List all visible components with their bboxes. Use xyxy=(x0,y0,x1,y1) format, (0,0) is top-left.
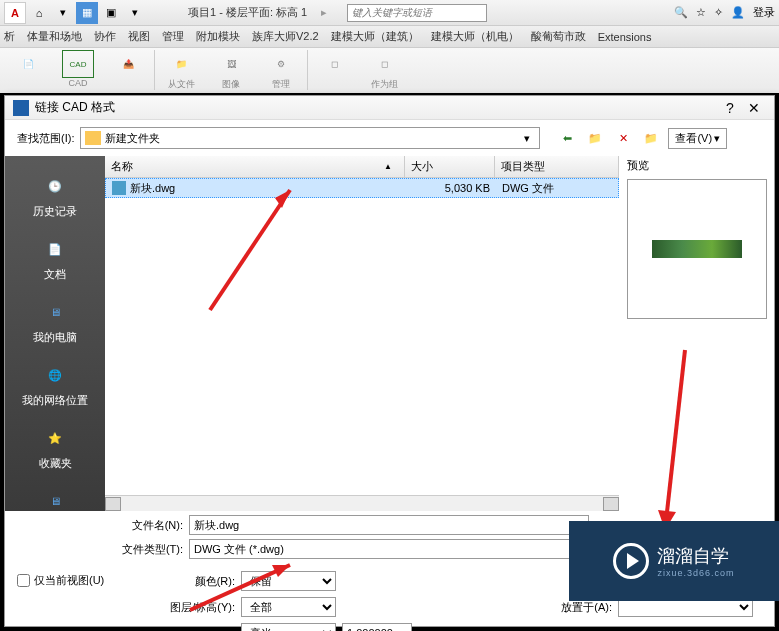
favorites-icon: ⭐ xyxy=(39,422,71,454)
tool-button[interactable]: 🖼图像 xyxy=(207,50,255,91)
watermark-title: 溜溜自学 xyxy=(657,544,734,568)
app-logo-a[interactable]: A xyxy=(4,2,26,24)
dialog-toolbar: 查找范围(I): 新建文件夹 ▾ ⬅ 📁 ✕ 📁 查看(V)▾ xyxy=(5,120,774,156)
tab-item[interactable]: 管理 xyxy=(162,29,184,44)
home-icon[interactable]: ⌂ xyxy=(28,2,50,24)
tab-item[interactable]: 析 xyxy=(4,29,15,44)
tool-button[interactable]: 📤 xyxy=(104,50,152,78)
view-button[interactable]: 查看(V)▾ xyxy=(668,128,727,149)
file-list-header: 名称 ▲ 大小 项目类型 xyxy=(105,156,619,178)
sidebar-item-favorites[interactable]: ⭐ 收藏夹 xyxy=(7,416,103,477)
path-dropdown[interactable]: 新建文件夹 ▾ xyxy=(80,127,540,149)
tool-icon-1[interactable]: ▣ xyxy=(100,2,122,24)
network-icon: 🌐 xyxy=(39,359,71,391)
chevron-down-icon[interactable]: ▾ xyxy=(519,132,535,145)
history-icon: 🕒 xyxy=(39,170,71,202)
unit-select[interactable]: 毫米 xyxy=(241,623,336,631)
tool-button[interactable]: ◻作为组 xyxy=(360,50,408,91)
help-button[interactable]: ? xyxy=(718,100,742,116)
close-button[interactable]: ✕ xyxy=(742,100,766,116)
filetype-label: 文件类型(T): xyxy=(117,542,183,557)
unit-number-input[interactable] xyxy=(342,623,412,631)
tab-item[interactable]: 建模大师（机电） xyxy=(431,29,519,44)
sidebar-item-network[interactable]: 🌐 我的网络位置 xyxy=(7,353,103,414)
watermark-overlay: 溜溜自学 zixue.3d66.com xyxy=(569,521,779,601)
preview-image xyxy=(627,179,767,319)
computer-icon: 🖥 xyxy=(39,296,71,328)
tab-item[interactable]: 协作 xyxy=(94,29,116,44)
file-row[interactable]: 新块.dwg 5,030 KB DWG 文件 xyxy=(105,178,619,198)
layer-label: 图层/标高(Y): xyxy=(157,600,235,615)
search-input[interactable] xyxy=(347,4,487,22)
layer-select[interactable]: 全部 xyxy=(241,597,336,617)
file-name: 新块.dwg xyxy=(130,181,175,196)
file-type: DWG 文件 xyxy=(496,181,618,196)
preview-label: 预览 xyxy=(627,156,766,175)
dwg-file-icon xyxy=(112,181,126,195)
preview-panel: 预览 xyxy=(619,156,774,511)
color-label: 颜色(R): xyxy=(157,574,235,589)
file-size: 5,030 KB xyxy=(406,182,496,194)
play-icon xyxy=(613,543,649,579)
column-name[interactable]: 名称 ▲ xyxy=(105,156,405,177)
help-icon[interactable]: ✧ xyxy=(714,6,723,19)
watermark-url: zixue.3d66.com xyxy=(657,568,734,578)
path-text: 新建文件夹 xyxy=(105,131,160,146)
sort-arrow-icon: ▲ xyxy=(384,162,392,171)
documents-icon: 📄 xyxy=(39,233,71,265)
star-icon[interactable]: ☆ xyxy=(696,6,706,19)
tool-button[interactable]: 📁从文件 xyxy=(157,50,205,91)
sidebar-item-history[interactable]: 🕒 历史记录 xyxy=(7,164,103,225)
column-type[interactable]: 项目类型 xyxy=(495,156,619,177)
lookup-label: 查找范围(I): xyxy=(17,131,74,146)
filename-label: 文件名(N): xyxy=(117,518,183,533)
ribbon-tools: 📄 CADCAD 📤 📁从文件 🖼图像 ⚙管理 ◻ ◻作为组 xyxy=(0,48,779,93)
new-folder-icon[interactable]: 📁 xyxy=(640,127,662,149)
app-titlebar: A ⌂ ▾ ▦ ▣ ▾ 项目1 - 楼层平面: 标高 1 ▸ 🔍 ☆ ✧ 👤 登… xyxy=(0,0,779,26)
place-label: 放置于(A): xyxy=(552,600,612,615)
unit-label: 导入单位(S): xyxy=(157,626,235,632)
delete-icon[interactable]: ✕ xyxy=(612,127,634,149)
dialog-title-text: 链接 CAD 格式 xyxy=(35,99,115,116)
sidebar-item-documents[interactable]: 📄 文档 xyxy=(7,227,103,288)
tab-item[interactable]: 酸葡萄市政 xyxy=(531,29,586,44)
tool-button[interactable]: ⚙管理 xyxy=(257,50,305,91)
dialog-icon xyxy=(13,100,29,116)
dialog-titlebar: 链接 CAD 格式 ? ✕ xyxy=(5,96,774,120)
color-select[interactable]: 保留 xyxy=(241,571,336,591)
scroll-right-arrow[interactable] xyxy=(603,497,619,511)
tool-icon-2[interactable]: ▾ xyxy=(124,2,146,24)
places-sidebar: 🕒 历史记录 📄 文档 🖥 我的电脑 🌐 我的网络位置 ⭐ 收藏夹 🖥 xyxy=(5,156,105,511)
document-title: 项目1 - 楼层平面: 标高 1 xyxy=(188,5,307,20)
file-list-area: 名称 ▲ 大小 项目类型 新块.dwg 5,030 KB DWG 文件 xyxy=(105,156,619,511)
binoculars-icon[interactable]: 🔍 xyxy=(674,6,688,19)
tab-item[interactable]: 视图 xyxy=(128,29,150,44)
back-button[interactable]: ⬅ xyxy=(556,127,578,149)
column-size[interactable]: 大小 xyxy=(405,156,495,177)
tool-button-cad[interactable]: CADCAD xyxy=(54,50,102,88)
tool-button[interactable]: 📄 xyxy=(4,50,52,78)
file-list[interactable]: 新块.dwg 5,030 KB DWG 文件 xyxy=(105,178,619,495)
login-link[interactable]: 登录 xyxy=(753,5,775,20)
up-folder-icon[interactable]: 📁 xyxy=(584,127,606,149)
dropdown-icon[interactable]: ▾ xyxy=(52,2,74,24)
tab-item[interactable]: Extensions xyxy=(598,31,652,43)
desktop-icon: 🖥 xyxy=(39,485,71,517)
tab-item[interactable]: 族库大师V2.2 xyxy=(252,29,319,44)
tab-item[interactable]: 体量和场地 xyxy=(27,29,82,44)
user-icon[interactable]: 👤 xyxy=(731,6,745,19)
horizontal-scrollbar[interactable] xyxy=(105,495,619,511)
tab-item[interactable]: 建模大师（建筑） xyxy=(331,29,419,44)
filename-input[interactable] xyxy=(189,515,589,535)
filetype-input[interactable] xyxy=(189,539,589,559)
current-view-checkbox[interactable]: 仅当前视图(U) xyxy=(17,573,157,588)
sidebar-item-computer[interactable]: 🖥 我的电脑 xyxy=(7,290,103,351)
tab-item[interactable]: 附加模块 xyxy=(196,29,240,44)
ribbon-tabs: 析 体量和场地 协作 视图 管理 附加模块 族库大师V2.2 建模大师（建筑） … xyxy=(0,26,779,48)
layout-icon[interactable]: ▦ xyxy=(76,2,98,24)
tool-button[interactable]: ◻ xyxy=(310,50,358,78)
folder-icon xyxy=(85,131,101,145)
scroll-left-arrow[interactable] xyxy=(105,497,121,511)
